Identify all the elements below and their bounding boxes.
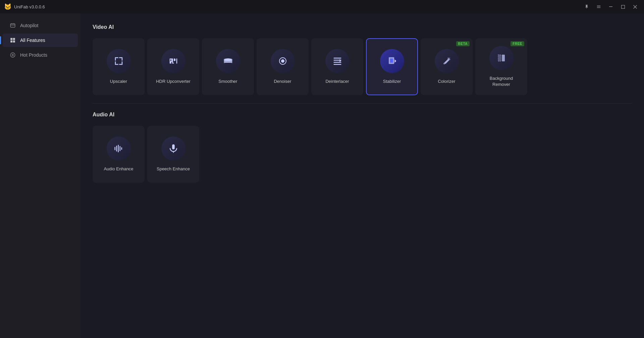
pin-button[interactable]: [582, 3, 592, 11]
feature-card-stabilizer[interactable]: Stabilizer: [366, 38, 418, 95]
svg-rect-2: [10, 24, 15, 27]
close-button[interactable]: [630, 3, 640, 11]
denoiser-icon: [278, 56, 288, 66]
app-title: UniFab v3.0.0.6: [14, 4, 45, 9]
video-ai-features-grid: Upscaler HDR Upconverter: [93, 38, 632, 95]
fire-icon: [9, 52, 16, 58]
audio-enhance-icon: [114, 144, 124, 154]
feature-card-smoother[interactable]: Smoother: [202, 38, 254, 95]
main-layout: Autopilot All Features Hot Products V: [0, 13, 644, 338]
svg-point-4: [12, 54, 14, 56]
colorizer-icon-circle: [435, 49, 459, 73]
denoiser-label: Denoiser: [271, 78, 294, 84]
svg-point-7: [281, 59, 284, 63]
speech-enhance-icon: [168, 144, 178, 154]
title-bar-left: 🐱 UniFab v3.0.0.6: [4, 3, 45, 10]
sidebar-item-autopilot[interactable]: Autopilot: [3, 19, 78, 32]
svg-rect-23: [121, 147, 122, 150]
stabilizer-icon: [387, 56, 397, 66]
sidebar: Autopilot All Features Hot Products: [0, 13, 80, 338]
background-remover-icon: [496, 53, 506, 63]
speech-enhance-icon-circle: [161, 136, 185, 161]
smoother-label: Smoother: [216, 78, 240, 84]
feature-card-speech-enhance[interactable]: Speech Enhance: [147, 126, 199, 183]
feature-card-upscaler[interactable]: Upscaler: [93, 38, 145, 95]
feature-card-colorizer[interactable]: BETA Colorizer: [421, 38, 473, 95]
hdr-upconverter-label: HDR Upconverter: [153, 78, 193, 84]
free-badge: FREE: [511, 41, 524, 46]
upscaler-icon: [114, 56, 124, 66]
feature-card-hdr-upconverter[interactable]: HDR Upconverter: [147, 38, 199, 95]
feature-card-deinterlacer[interactable]: Deinterlacer: [311, 38, 363, 95]
audio-ai-title: Audio AI: [93, 112, 632, 118]
beta-badge: BETA: [456, 41, 470, 46]
hdr-icon: [168, 56, 178, 66]
svg-rect-20: [116, 146, 117, 152]
sidebar-item-all-features-label: All Features: [20, 38, 45, 43]
svg-marker-15: [394, 59, 396, 63]
upscaler-label: Upscaler: [107, 78, 130, 84]
denoiser-icon-circle: [271, 49, 295, 73]
smoother-icon: [223, 56, 233, 66]
smoother-icon-circle: [216, 49, 240, 73]
upscaler-icon-circle: [107, 49, 131, 73]
section-divider: [93, 103, 632, 104]
svg-rect-0: [609, 6, 612, 7]
audio-enhance-icon-circle: [107, 136, 131, 161]
colorizer-label: Colorizer: [435, 78, 458, 84]
deinterlacer-label: Deinterlacer: [323, 78, 352, 84]
audio-ai-section: Audio AI: [93, 112, 632, 183]
background-remover-label: BackgroundRemover: [487, 75, 516, 88]
content-area: Video AI Upscaler: [80, 13, 644, 338]
svg-rect-10: [333, 62, 341, 63]
app-logo: 🐱: [4, 3, 11, 10]
colorizer-icon: [442, 56, 452, 66]
svg-marker-12: [339, 59, 341, 62]
autopilot-icon: [9, 22, 16, 29]
svg-rect-18: [502, 55, 505, 61]
audio-ai-features-grid: Audio Enhance Speech Enhance: [93, 126, 632, 183]
svg-point-3: [10, 53, 15, 57]
feature-card-audio-enhance[interactable]: Audio Enhance: [93, 126, 145, 183]
title-bar-controls: [582, 3, 640, 11]
speech-enhance-label: Speech Enhance: [154, 166, 193, 172]
svg-point-16: [443, 63, 445, 64]
svg-rect-1: [621, 5, 625, 8]
grid-icon: [9, 37, 16, 44]
audio-enhance-label: Audio Enhance: [101, 166, 136, 172]
deinterlacer-icon: [332, 56, 342, 66]
menu-button[interactable]: [594, 3, 604, 11]
feature-card-background-remover[interactable]: FREE BackgroundRemover: [475, 38, 527, 95]
svg-rect-22: [119, 146, 120, 151]
sidebar-item-all-features[interactable]: All Features: [3, 34, 78, 47]
minimize-button[interactable]: [606, 3, 616, 11]
svg-rect-8: [333, 58, 341, 59]
svg-rect-17: [498, 55, 501, 61]
sidebar-item-hot-products-label: Hot Products: [20, 52, 47, 58]
svg-rect-14: [390, 58, 393, 63]
stabilizer-label: Stabilizer: [380, 78, 404, 84]
title-bar: 🐱 UniFab v3.0.0.6: [0, 0, 644, 13]
svg-rect-5: [174, 59, 175, 60]
sidebar-item-autopilot-label: Autopilot: [20, 23, 38, 28]
background-remover-icon-circle: [489, 46, 514, 70]
deinterlacer-icon-circle: [325, 49, 350, 73]
svg-rect-11: [333, 64, 341, 65]
svg-rect-19: [114, 147, 115, 150]
video-ai-title: Video AI: [93, 24, 632, 30]
video-ai-section: Video AI Upscaler: [93, 24, 632, 95]
stabilizer-icon-circle: [380, 49, 404, 73]
feature-card-denoiser[interactable]: Denoiser: [257, 38, 309, 95]
sidebar-item-hot-products[interactable]: Hot Products: [3, 48, 78, 62]
hdr-icon-circle: [161, 49, 185, 73]
maximize-button[interactable]: [618, 3, 628, 11]
svg-rect-21: [118, 145, 119, 153]
